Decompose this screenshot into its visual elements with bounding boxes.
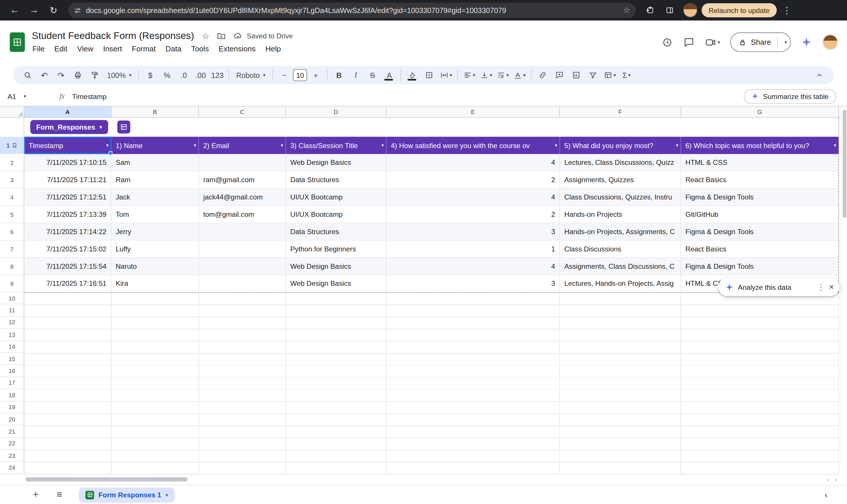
cell-E8[interactable]: 4 <box>386 258 560 274</box>
fill-color-button[interactable] <box>404 68 420 82</box>
share-dropdown-icon[interactable]: ▾ <box>785 39 787 45</box>
cell-D9[interactable]: Web Design Basics <box>286 275 386 292</box>
cell-F5[interactable]: Hands-on Projects <box>560 206 681 222</box>
functions-button[interactable]: Σ▾ <box>618 68 634 82</box>
cell-B4[interactable]: Jack <box>111 188 199 205</box>
row-header-2[interactable]: 2 <box>0 154 24 172</box>
col-header-F[interactable]: F <box>560 107 681 118</box>
row-header-11[interactable]: 11 <box>0 305 24 317</box>
cell-A6[interactable]: 7/11/2025 17:14:22 <box>24 223 111 240</box>
menu-item-data[interactable]: Data <box>161 43 186 54</box>
font-size-input[interactable]: 10 <box>293 69 307 81</box>
table-views-button[interactable]: ▾ <box>601 68 618 82</box>
gemini-sparkle-icon[interactable] <box>801 37 812 47</box>
redo-icon[interactable]: ↷ <box>53 68 69 82</box>
col-header-C[interactable]: C <box>199 107 286 118</box>
cell-B9[interactable]: Kira <box>111 275 199 292</box>
horizontal-align-button[interactable]: ▾ <box>461 68 477 82</box>
table-name-chip[interactable]: Form_Responses ▾ <box>30 120 108 134</box>
cell-C8[interactable] <box>199 258 286 274</box>
bookmark-star-icon[interactable]: ☆ <box>623 5 630 15</box>
forward-icon[interactable]: → <box>25 2 43 18</box>
row-header-19[interactable]: 19 <box>0 401 24 413</box>
menu-item-insert[interactable]: Insert <box>98 43 127 54</box>
chip-close-icon[interactable]: × <box>829 282 834 292</box>
table-header-cell-B1[interactable]: 1) Name▾ <box>111 137 199 154</box>
cell-C6[interactable] <box>199 223 286 240</box>
formula-input[interactable]: Timestamp <box>72 92 107 100</box>
insert-chart-icon[interactable] <box>568 68 584 82</box>
document-title[interactable]: Student Feedback Form (Responses) <box>32 30 194 41</box>
cell-E5[interactable]: 2 <box>386 206 560 222</box>
col-header-D[interactable]: D <box>286 107 386 118</box>
column-dropdown-icon[interactable]: ▾ <box>381 143 384 148</box>
cell-G6[interactable]: Figma & Design Tools <box>681 223 839 240</box>
row-header-23[interactable]: 23 <box>0 450 24 462</box>
row-header-3[interactable]: 3 <box>0 172 24 189</box>
undo-icon[interactable]: ↶ <box>36 68 52 82</box>
filter-icon[interactable] <box>585 68 601 82</box>
table-header-cell-G1[interactable]: 6) Which topic was most helpful to you?▾ <box>681 137 839 154</box>
sheet-tab-form-responses[interactable]: Form Responses 1 ▾ <box>79 487 174 502</box>
cell-D5[interactable]: UI/UX Bootcamp <box>286 206 386 222</box>
borders-button[interactable] <box>421 68 437 82</box>
analyze-data-chip[interactable]: Analyze this data ⋮ × <box>718 278 839 296</box>
italic-button[interactable]: I <box>347 68 364 82</box>
meet-button[interactable]: ▾ <box>705 36 720 48</box>
column-dropdown-icon[interactable]: ▾ <box>194 143 196 148</box>
summarize-table-button[interactable]: Summarize this table <box>744 89 836 104</box>
cell-F8[interactable]: Assignments, Class Discussions, C <box>560 258 681 274</box>
table-header-cell-A1[interactable]: Timestamp▾ <box>24 137 111 154</box>
chip-more-options-icon[interactable]: ⋮ <box>817 283 825 291</box>
cell-G3[interactable]: React Basics <box>681 172 839 188</box>
cell-F9[interactable]: Lectures, Hands-on Projects, Assig <box>560 275 681 292</box>
comments-icon[interactable] <box>683 36 694 48</box>
menu-item-file[interactable]: File <box>32 43 49 54</box>
text-wrap-button[interactable]: ▾ <box>495 68 511 82</box>
increase-font-size-button[interactable]: + <box>308 68 324 82</box>
row-header-6[interactable]: 6 <box>0 223 24 240</box>
scroll-right-icon[interactable]: › <box>832 476 839 483</box>
cell-E3[interactable]: 2 <box>386 172 560 188</box>
url-text[interactable]: docs.google.com/spreadsheets/d/1ute0DY6U… <box>86 6 619 14</box>
cell-B6[interactable]: Jerry <box>111 223 199 240</box>
col-header-G[interactable]: G <box>681 107 839 118</box>
cell-B7[interactable]: Luffy <box>111 240 199 257</box>
row-header-5[interactable]: 5 <box>0 206 24 223</box>
text-color-button[interactable]: A <box>381 68 397 82</box>
cell-C3[interactable]: ram@gmail.com <box>199 172 286 188</box>
cell-C4[interactable]: jack44@gmail.com <box>199 188 286 205</box>
column-dropdown-icon[interactable]: ▾ <box>834 143 836 148</box>
collapse-panel-icon[interactable]: ‹ <box>825 490 847 500</box>
row-header-9[interactable]: 9 <box>0 275 24 292</box>
row-header-1[interactable]: 1 <box>0 137 24 154</box>
cell-E2[interactable]: 4 <box>386 154 560 171</box>
col-header-A[interactable]: A <box>24 107 111 118</box>
table-header-cell-D1[interactable]: 3) Class/Session Title▾ <box>286 137 386 154</box>
row-header-10[interactable]: 10 <box>0 292 24 305</box>
merge-cells-button[interactable]: ▾ <box>438 68 454 82</box>
row-header-8[interactable]: 8 <box>0 258 24 275</box>
vertical-scrollbar[interactable] <box>841 107 847 463</box>
row-header-12[interactable]: 12 <box>0 317 24 329</box>
sheets-logo-icon[interactable] <box>10 32 25 52</box>
cell-F6[interactable]: Hands-on Projects, Assignments, C <box>560 223 681 240</box>
cell-G8[interactable]: Figma & Design Tools <box>681 258 839 274</box>
cell-A3[interactable]: 7/11/2025 17:11:21 <box>24 172 111 188</box>
cell-D6[interactable]: Data Structures <box>286 223 386 240</box>
relaunch-to-update-button[interactable]: Relaunch to update <box>702 3 777 17</box>
move-to-folder-icon[interactable] <box>217 32 226 41</box>
cell-F3[interactable]: Assignments, Quizzes <box>560 172 681 188</box>
format-percent-button[interactable]: % <box>159 68 175 82</box>
cell-E6[interactable]: 3 <box>386 223 560 240</box>
insert-link-icon[interactable] <box>535 68 551 82</box>
back-icon[interactable]: ← <box>5 2 24 18</box>
menu-item-tools[interactable]: Tools <box>186 43 214 54</box>
row-header-13[interactable]: 13 <box>0 329 24 341</box>
cell-B5[interactable]: Tom <box>111 206 199 222</box>
all-sheets-icon[interactable]: ≡ <box>52 489 67 501</box>
row-header-22[interactable]: 22 <box>0 438 24 450</box>
site-settings-icon[interactable] <box>74 6 82 14</box>
format-currency-button[interactable]: $ <box>142 68 159 82</box>
version-history-icon[interactable] <box>661 36 673 48</box>
